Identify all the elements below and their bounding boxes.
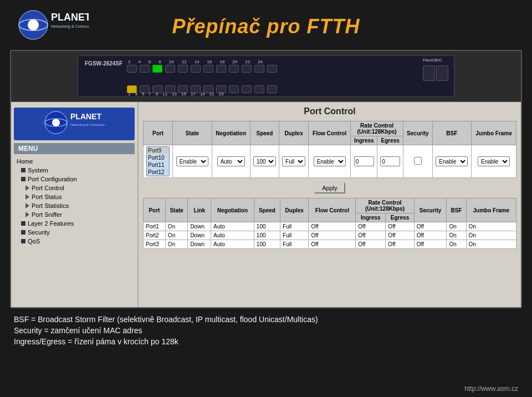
stats-th-negotiation: Negotiation bbox=[211, 198, 254, 222]
negotiation-cell[interactable]: Auto Force bbox=[212, 145, 250, 178]
svg-text:PLANET: PLANET bbox=[70, 112, 101, 121]
stats-cell-3: Auto bbox=[211, 240, 254, 249]
svg-point-2 bbox=[28, 19, 39, 30]
control-row: Port9 Port10 Port11 Port12 Enable Disabl… bbox=[144, 145, 516, 178]
stats-cell-5: Full bbox=[280, 231, 309, 240]
egress-input[interactable] bbox=[380, 156, 400, 166]
stats-cell-6: Off bbox=[309, 231, 356, 240]
stats-cell-5: Full bbox=[280, 222, 309, 231]
flow-select[interactable]: Enable Disable bbox=[314, 156, 346, 166]
speed-select[interactable]: 100 10 bbox=[253, 156, 276, 166]
stats-th-port: Port bbox=[144, 198, 166, 222]
layer2-square-icon bbox=[21, 221, 25, 226]
stats-cell-9: Off bbox=[414, 231, 447, 240]
stats-cell-7: Off bbox=[356, 231, 386, 240]
main-panel: Port Control Port State Negotiation Spee… bbox=[139, 102, 521, 307]
apply-button[interactable]: Apply bbox=[314, 182, 345, 194]
ports-top-row bbox=[127, 65, 277, 73]
th-duplex: Duplex bbox=[279, 121, 309, 145]
svg-text:PLANET: PLANET bbox=[51, 12, 89, 23]
sidebar-item-port-statistics[interactable]: Port Statistics bbox=[11, 201, 137, 210]
port-20 bbox=[242, 65, 252, 73]
sidebar-item-security[interactable]: Security bbox=[11, 228, 137, 237]
sidebar-item-layer2[interactable]: Layer 2 Features bbox=[11, 219, 137, 228]
port-19 bbox=[242, 85, 252, 93]
sidebar-portsniffer-label: Port Sniffer bbox=[32, 211, 62, 218]
port-multiselect[interactable]: Port9 Port10 Port11 Port12 bbox=[146, 146, 170, 176]
footer-line3: Ingress/Egress = řízení páma v krocích p… bbox=[14, 337, 518, 346]
th-flow: Flow Control bbox=[309, 121, 351, 145]
stats-cell-11: On bbox=[466, 222, 516, 231]
svg-point-7 bbox=[52, 119, 60, 126]
th-ingress: Ingress bbox=[351, 136, 377, 145]
security-checkbox[interactable] bbox=[414, 157, 422, 165]
stats-th-rate: Rate Control(Unit:128Kbps) bbox=[356, 198, 414, 213]
sidebar-portstats-label: Port Statistics bbox=[32, 202, 69, 209]
body-area: PLANET Networking & Communication MENU H… bbox=[11, 102, 521, 307]
header: PLANET Networking & Communication Přepín… bbox=[0, 0, 532, 50]
ingress-cell[interactable] bbox=[351, 145, 377, 178]
sidebar-item-home[interactable]: Home bbox=[11, 157, 137, 166]
portstats-triangle-icon bbox=[25, 203, 29, 208]
sidebar-item-port-control[interactable]: Port Control bbox=[11, 184, 137, 192]
port-14 bbox=[203, 65, 213, 73]
stats-cell-1: On bbox=[165, 240, 188, 249]
stats-th-jumbo: Jumbo Frame bbox=[466, 198, 516, 222]
stats-th-egress: Egress bbox=[386, 213, 414, 222]
duplex-select[interactable]: Full Half bbox=[282, 156, 305, 166]
stats-th-ingress: Ingress bbox=[356, 213, 386, 222]
sidebar-item-port-status[interactable]: Port Status bbox=[11, 192, 137, 201]
stats-th-bsf: BSF bbox=[447, 198, 466, 222]
jumbo-select[interactable]: Enable Disable bbox=[478, 156, 510, 166]
stats-row: Port3OnDownAuto100FullOffOffOffOffOnOn bbox=[144, 240, 516, 249]
sidebar-logo-area: PLANET Networking & Communication bbox=[14, 108, 135, 140]
sfp-area: FlexGBIC bbox=[423, 59, 448, 81]
sidebar-item-system[interactable]: System bbox=[11, 166, 137, 175]
stats-cell-4: 100 bbox=[254, 222, 280, 231]
port-23 bbox=[267, 85, 277, 93]
sidebar-item-port-config[interactable]: Port Configuration bbox=[11, 175, 137, 184]
stats-cell-9: Off bbox=[414, 240, 447, 249]
state-select[interactable]: Enable Disable bbox=[176, 156, 208, 166]
footer-line2: Security = zamčení učení MAC adres bbox=[14, 326, 518, 335]
duplex-cell[interactable]: Full Half bbox=[279, 145, 309, 178]
sidebar-system-label: System bbox=[28, 167, 48, 174]
stats-cell-5: Full bbox=[280, 240, 309, 249]
state-cell[interactable]: Enable Disable bbox=[173, 145, 212, 178]
sidebar: PLANET Networking & Communication MENU H… bbox=[11, 102, 139, 307]
speed-cell[interactable]: 100 10 bbox=[250, 145, 279, 178]
stats-cell-11: On bbox=[466, 240, 516, 249]
stats-cell-8: Off bbox=[386, 240, 414, 249]
security-square-icon bbox=[21, 230, 25, 235]
flow-cell[interactable]: Enable Disable bbox=[309, 145, 351, 178]
ingress-input[interactable] bbox=[354, 156, 374, 166]
port-12 bbox=[191, 65, 201, 73]
egress-cell[interactable] bbox=[377, 145, 403, 178]
switch-image: FGSW-2624SF 2 4 6 8 10 12 14 16 18 20 22… bbox=[78, 55, 454, 97]
negotiation-select[interactable]: Auto Force bbox=[217, 156, 245, 166]
bsf-cell[interactable]: Enable Disable bbox=[432, 145, 471, 178]
port-option: Port10 bbox=[147, 154, 169, 161]
jumbo-cell[interactable]: Enable Disable bbox=[472, 145, 516, 178]
port-18 bbox=[229, 65, 239, 73]
stats-cell-1: On bbox=[165, 222, 188, 231]
stats-table: Port State Link Negotiation Speed Duplex… bbox=[143, 198, 516, 249]
security-cell[interactable] bbox=[403, 145, 433, 178]
planet-logo-header: PLANET Networking & Communication bbox=[17, 8, 89, 42]
port-option: Port9 bbox=[147, 147, 169, 154]
port-6 bbox=[152, 65, 162, 73]
port-8 bbox=[165, 65, 175, 73]
main-content-box: FGSW-2624SF 2 4 6 8 10 12 14 16 18 20 22… bbox=[10, 50, 522, 308]
portsniffer-triangle-icon bbox=[25, 212, 29, 217]
th-bsf: BSF bbox=[432, 121, 471, 145]
port-16 bbox=[216, 65, 226, 73]
portcontrol-triangle-icon bbox=[25, 185, 29, 191]
sidebar-layer2-label: Layer 2 Features bbox=[28, 220, 74, 227]
stats-cell-3: Auto bbox=[211, 222, 254, 231]
sidebar-item-qos[interactable]: QoS bbox=[11, 237, 137, 246]
port-select-cell[interactable]: Port9 Port10 Port11 Port12 bbox=[144, 145, 173, 178]
stats-cell-10: On bbox=[447, 240, 466, 249]
control-table: Port State Negotiation Speed Duplex Flow… bbox=[143, 121, 516, 178]
bsf-select[interactable]: Enable Disable bbox=[436, 156, 468, 166]
sidebar-item-port-sniffer[interactable]: Port Sniffer bbox=[11, 210, 137, 219]
